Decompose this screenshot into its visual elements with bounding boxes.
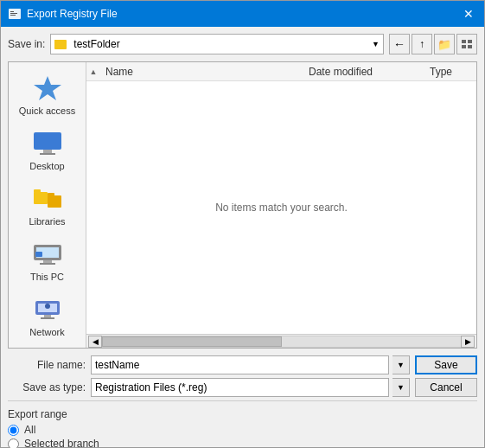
scroll-left-button[interactable]: ◀ — [88, 336, 102, 348]
svg-rect-14 — [48, 195, 61, 208]
svg-rect-2 — [10, 13, 17, 14]
back-icon: ← — [393, 37, 405, 51]
dialog-body: Save in: testFolder ▼ ← ↑ 📁 — [1, 27, 484, 448]
file-name-label: File name: — [8, 359, 86, 371]
svg-rect-4 — [462, 40, 466, 43]
libraries-icon-box — [30, 183, 65, 214]
cancel-button-wrapper: Cancel — [415, 378, 477, 397]
svg-rect-24 — [41, 317, 54, 319]
save-as-type-input[interactable] — [91, 378, 389, 397]
bottom-fields: File name: ▼ Save Save as type: ▼ Cancel — [8, 352, 477, 397]
sort-icon: ▲ — [86, 67, 100, 76]
quick-access-icon-box — [30, 73, 65, 104]
this-pc-icon — [32, 240, 63, 268]
svg-rect-7 — [468, 45, 472, 48]
file-header: ▲ Name Date modified Type — [86, 62, 476, 81]
svg-rect-15 — [48, 193, 54, 196]
svg-rect-3 — [10, 15, 16, 16]
network-icon — [32, 296, 63, 323]
svg-rect-10 — [43, 150, 52, 153]
desktop-icon-box — [30, 128, 65, 159]
svg-marker-8 — [34, 76, 61, 100]
sidebar-item-network[interactable]: Network — [9, 289, 86, 342]
network-icon-box — [30, 294, 65, 325]
col-date-header[interactable]: Date modified — [303, 64, 424, 80]
radio-all[interactable] — [8, 425, 19, 436]
sidebar-item-quick-access[interactable]: Quick access — [9, 67, 86, 121]
file-name-input[interactable] — [91, 355, 389, 374]
scroll-track[interactable] — [102, 336, 461, 348]
scroll-right-button[interactable]: ▶ — [461, 336, 475, 348]
save-as-type-input-wrapper: ▼ — [91, 378, 410, 397]
col-name-header[interactable]: Name — [100, 64, 303, 80]
radio-selected-branch-label: Selected branch — [24, 438, 99, 448]
scroll-thumb[interactable] — [102, 336, 282, 347]
export-range-section: Export range All Selected branch — [8, 400, 477, 448]
svg-rect-19 — [40, 263, 55, 265]
sidebar: Quick access Desktop — [9, 62, 86, 348]
horizontal-scrollbar[interactable]: ◀ ▶ — [86, 334, 476, 348]
sidebar-item-this-pc[interactable]: This PC — [9, 234, 86, 287]
save-in-row: Save in: testFolder ▼ ← ↑ 📁 — [8, 34, 477, 54]
desktop-icon — [32, 130, 63, 157]
radio-row-all: All — [8, 424, 477, 436]
save-in-select[interactable]: testFolder ▼ — [50, 34, 384, 54]
sidebar-item-this-pc-label: This PC — [30, 272, 64, 282]
svg-rect-13 — [34, 189, 41, 193]
svg-rect-20 — [35, 252, 42, 257]
svg-rect-1 — [10, 11, 14, 12]
main-area: Quick access Desktop — [8, 61, 477, 349]
radio-all-label: All — [24, 424, 35, 436]
svg-rect-9 — [34, 132, 61, 150]
quick-access-icon — [32, 74, 63, 102]
svg-rect-12 — [34, 192, 48, 204]
registry-icon — [8, 7, 22, 21]
svg-rect-23 — [44, 315, 51, 317]
sidebar-item-libraries[interactable]: Libraries — [9, 178, 86, 232]
title-bar: Export Registry File ✕ — [1, 1, 484, 27]
file-name-input-wrapper: ▼ — [91, 355, 410, 374]
view-button[interactable] — [456, 34, 477, 54]
svg-rect-5 — [468, 40, 472, 43]
toolbar-buttons: ← ↑ 📁 — [389, 34, 477, 54]
this-pc-icon-box — [30, 239, 65, 270]
file-content: No items match your search. — [86, 81, 476, 334]
svg-rect-6 — [462, 45, 466, 48]
sidebar-item-desktop-label: Desktop — [29, 161, 64, 171]
file-name-row: File name: ▼ Save — [8, 355, 477, 374]
svg-rect-18 — [43, 260, 52, 263]
save-as-type-row: Save as type: ▼ Cancel — [8, 378, 477, 397]
sidebar-item-libraries-label: Libraries — [29, 216, 65, 227]
sidebar-item-network-label: Network — [29, 327, 64, 337]
title-bar-text: Export Registry File — [27, 8, 460, 20]
folder-icon — [54, 40, 67, 49]
export-range-label: Export range — [8, 408, 477, 420]
new-folder-icon: 📁 — [437, 38, 451, 51]
col-type-header[interactable]: Type — [424, 64, 476, 80]
view-icon — [461, 38, 473, 50]
back-button[interactable]: ← — [389, 34, 410, 54]
libraries-icon — [32, 185, 63, 213]
file-name-dropdown[interactable]: ▼ — [392, 355, 410, 374]
save-as-type-label: Save as type: — [8, 381, 86, 394]
dropdown-arrow-icon: ▼ — [372, 40, 380, 48]
save-cancel-buttons: Save — [415, 355, 477, 374]
close-button[interactable]: ✕ — [460, 5, 477, 22]
save-button[interactable]: Save — [415, 355, 477, 374]
file-area: ▲ Name Date modified Type No items match… — [86, 62, 476, 348]
save-in-value: testFolder — [73, 38, 368, 50]
empty-message: No items match your search. — [215, 202, 348, 214]
sidebar-item-desktop[interactable]: Desktop — [9, 123, 86, 176]
svg-rect-11 — [40, 153, 55, 155]
export-registry-dialog: Export Registry File ✕ Save in: testFold… — [0, 0, 485, 448]
cancel-button[interactable]: Cancel — [415, 378, 477, 397]
save-as-type-dropdown[interactable]: ▼ — [392, 378, 410, 397]
sidebar-item-quick-access-label: Quick access — [19, 106, 75, 116]
save-in-label: Save in: — [8, 38, 45, 50]
radio-row-selected-branch: Selected branch — [8, 438, 477, 448]
radio-selected-branch[interactable] — [8, 438, 19, 449]
up-icon: ↑ — [419, 38, 424, 50]
new-folder-button[interactable]: 📁 — [434, 34, 455, 54]
up-button[interactable]: ↑ — [412, 34, 432, 54]
svg-point-25 — [45, 304, 50, 309]
